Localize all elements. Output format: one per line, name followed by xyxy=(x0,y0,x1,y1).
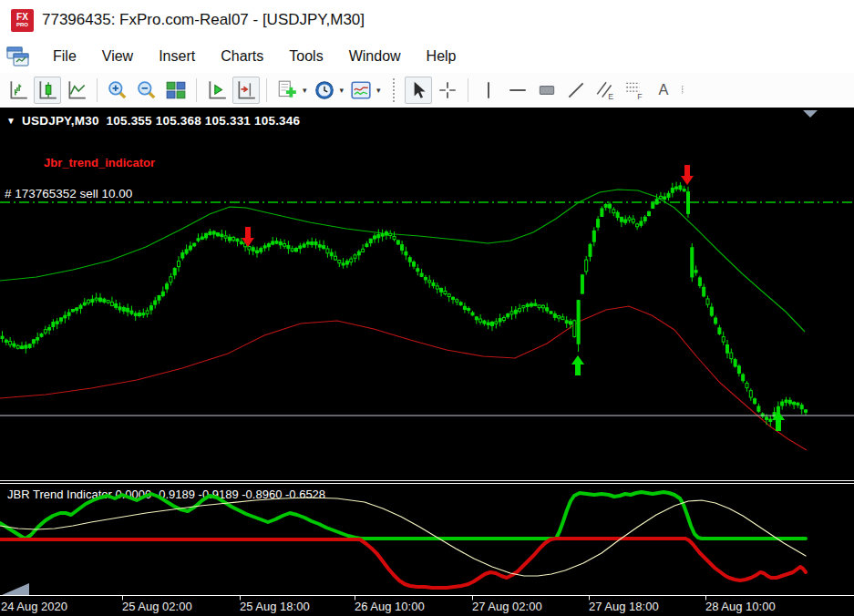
candlestick-chart-button[interactable] xyxy=(34,77,61,104)
app-icon-text: PRO xyxy=(16,22,28,27)
new-order-icon xyxy=(276,79,298,101)
sell-signal-arrow-icon xyxy=(681,165,694,185)
vertical-line-button[interactable] xyxy=(475,77,502,104)
line-chart-icon xyxy=(66,79,87,101)
clock-periods-button[interactable] xyxy=(311,77,338,104)
bar-chart-icon xyxy=(7,79,29,101)
equidistant-channel-icon: E xyxy=(594,79,616,101)
new-order-button[interactable] xyxy=(273,77,301,104)
chart-shift-icon xyxy=(235,79,257,101)
arrows-button[interactable] xyxy=(679,77,694,104)
channel-letter: E xyxy=(608,92,613,101)
upper-band-line xyxy=(0,190,805,332)
menu-tools[interactable]: Tools xyxy=(276,45,335,68)
menu-view[interactable]: View xyxy=(89,45,146,68)
indicators-caret[interactable]: ▾ xyxy=(376,86,381,95)
trendline-button[interactable] xyxy=(562,77,590,104)
toolbar-grip[interactable] xyxy=(393,78,397,102)
lower-band-line xyxy=(0,306,807,450)
bar-chart-button[interactable] xyxy=(5,77,32,104)
auto-scroll-icon xyxy=(206,79,228,101)
indicator-series-trend-up xyxy=(0,492,806,539)
toolbar-separator xyxy=(97,78,98,102)
indicators-button[interactable] xyxy=(347,77,375,104)
horizontal-line-icon xyxy=(507,79,529,101)
equidistant-channel-button[interactable]: E xyxy=(592,77,619,104)
arrows-icon xyxy=(680,79,693,101)
candlestick-chart-icon xyxy=(36,79,58,101)
toolbar-separator xyxy=(196,78,197,102)
tile-windows-button[interactable] xyxy=(162,77,190,104)
zoom-in-button[interactable] xyxy=(104,77,131,104)
text-button[interactable]: A xyxy=(650,77,677,104)
menu-charts[interactable]: Charts xyxy=(208,45,276,68)
crosshair-icon xyxy=(437,79,458,101)
price-chart-canvas[interactable] xyxy=(0,108,854,616)
app-icon-text: FX xyxy=(16,13,28,22)
rectangle-button[interactable] xyxy=(533,77,561,104)
horizontal-line-button[interactable] xyxy=(504,77,531,104)
menu-help[interactable]: Help xyxy=(414,45,469,68)
cursor-icon xyxy=(407,79,429,101)
trendline-icon xyxy=(565,79,587,101)
fibonacci-icon: F xyxy=(623,79,645,101)
crosshair-button[interactable] xyxy=(434,77,461,104)
zoom-out-button[interactable] xyxy=(133,77,160,104)
chart-shift-button[interactable] xyxy=(232,77,260,104)
menu-window[interactable]: Window xyxy=(336,45,414,68)
fxpro-app-icon: FX PRO xyxy=(11,9,34,32)
vertical-line-icon xyxy=(478,79,499,101)
zoom-out-icon xyxy=(136,79,158,101)
cursor-button[interactable] xyxy=(405,77,432,104)
tile-windows-icon xyxy=(165,79,187,101)
clock-periods-caret[interactable]: ▾ xyxy=(340,86,345,95)
fibonacci-button[interactable]: F xyxy=(621,77,648,104)
indicators-icon xyxy=(350,79,372,101)
chart-area: ▼USDJPY,M30 105.355 105.368 105.331 105.… xyxy=(0,108,854,616)
window-title: 77396435: FxPro.com-Real07 - [USDJPY,M30… xyxy=(42,11,365,29)
mt4-window: FX PRO 77396435: FxPro.com-Real07 - [USD… xyxy=(0,0,854,616)
auto-scroll-button[interactable] xyxy=(203,77,231,104)
text-icon: A xyxy=(653,79,674,101)
chart-window-icon xyxy=(5,46,31,67)
toolbar-separator xyxy=(266,78,267,102)
clock-icon xyxy=(314,79,335,101)
panel-corner-marker-icon xyxy=(2,583,29,595)
title-bar: FX PRO 77396435: FxPro.com-Real07 - [USD… xyxy=(0,0,854,40)
menu-file[interactable]: File xyxy=(40,45,89,68)
fibo-letter: F xyxy=(637,92,642,101)
rectangle-icon xyxy=(536,79,558,101)
buy-signal-arrow-icon xyxy=(571,355,584,375)
scroll-end-marker-icon[interactable] xyxy=(803,110,818,118)
menu-bar: File View Insert Charts Tools Window Hel… xyxy=(0,40,854,73)
indicator-series-trend-down xyxy=(0,539,806,588)
new-order-caret[interactable]: ▾ xyxy=(303,86,307,95)
zoom-in-icon xyxy=(107,79,129,101)
text-letter: A xyxy=(658,81,668,98)
toolbar-separator xyxy=(468,78,468,102)
line-chart-button[interactable] xyxy=(63,77,90,104)
toolbar: ▾ ▾ ▾ xyxy=(0,73,854,108)
menu-insert[interactable]: Insert xyxy=(146,45,208,68)
